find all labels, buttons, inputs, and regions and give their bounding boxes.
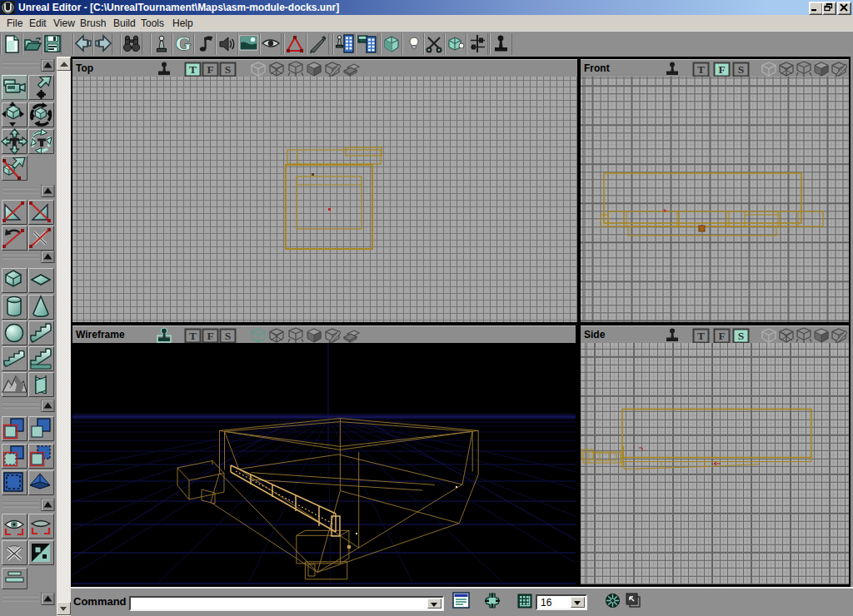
svg-text:T: T xyxy=(697,63,705,76)
svg-text:S: S xyxy=(225,63,232,76)
svg-text:T: T xyxy=(189,330,197,342)
svg-text:G: G xyxy=(176,32,192,54)
svg-text:F: F xyxy=(718,63,725,76)
svg-text:T: T xyxy=(697,330,705,342)
svg-text:S: S xyxy=(738,330,745,342)
svg-text:F: F xyxy=(718,330,725,342)
svg-text:F: F xyxy=(207,330,213,342)
svg-text:F: F xyxy=(207,63,213,76)
svg-text:S: S xyxy=(738,63,745,76)
svg-text:S: S xyxy=(225,330,232,342)
svg-text:T: T xyxy=(189,63,197,76)
